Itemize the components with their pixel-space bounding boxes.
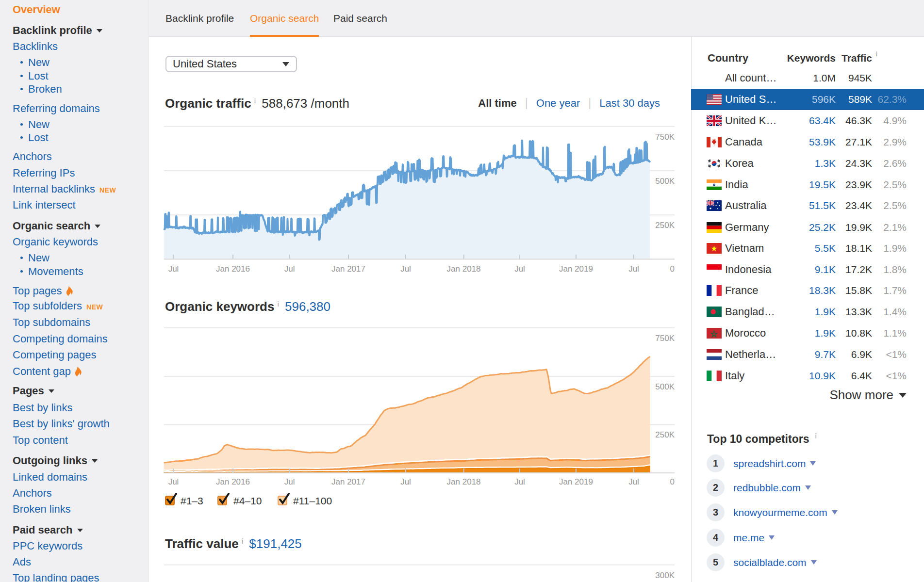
svg-text:Jan 2018: Jan 2018 bbox=[447, 264, 481, 274]
svg-text:Jul: Jul bbox=[400, 264, 411, 274]
svg-text:Jan 2017: Jan 2017 bbox=[331, 264, 365, 274]
svg-text:Jul: Jul bbox=[400, 477, 411, 486]
svg-text:0: 0 bbox=[670, 477, 675, 486]
svg-text:300K: 300K bbox=[655, 571, 675, 580]
svg-text:Jan 2016: Jan 2016 bbox=[216, 264, 250, 274]
svg-text:Jan 2016: Jan 2016 bbox=[216, 477, 250, 486]
svg-text:Jul: Jul bbox=[514, 264, 525, 274]
svg-text:Jul: Jul bbox=[514, 477, 525, 486]
svg-text:Jul: Jul bbox=[168, 477, 179, 486]
svg-text:750K: 750K bbox=[655, 132, 675, 142]
svg-text:250K: 250K bbox=[655, 430, 675, 439]
svg-text:Jul: Jul bbox=[628, 264, 639, 274]
svg-text:Jan 2019: Jan 2019 bbox=[559, 477, 593, 486]
svg-text:Jan 2017: Jan 2017 bbox=[331, 477, 365, 486]
svg-text:0: 0 bbox=[670, 264, 675, 274]
svg-text:Jan 2018: Jan 2018 bbox=[447, 477, 481, 486]
svg-text:500K: 500K bbox=[655, 382, 675, 391]
svg-text:Jul: Jul bbox=[284, 477, 295, 486]
svg-text:250K: 250K bbox=[655, 221, 675, 230]
svg-text:Jul: Jul bbox=[628, 477, 639, 486]
svg-text:Jan 2019: Jan 2019 bbox=[559, 264, 593, 274]
svg-text:Jul: Jul bbox=[168, 264, 179, 274]
svg-text:500K: 500K bbox=[655, 177, 675, 186]
svg-text:Jul: Jul bbox=[284, 264, 295, 274]
svg-text:750K: 750K bbox=[655, 334, 675, 343]
